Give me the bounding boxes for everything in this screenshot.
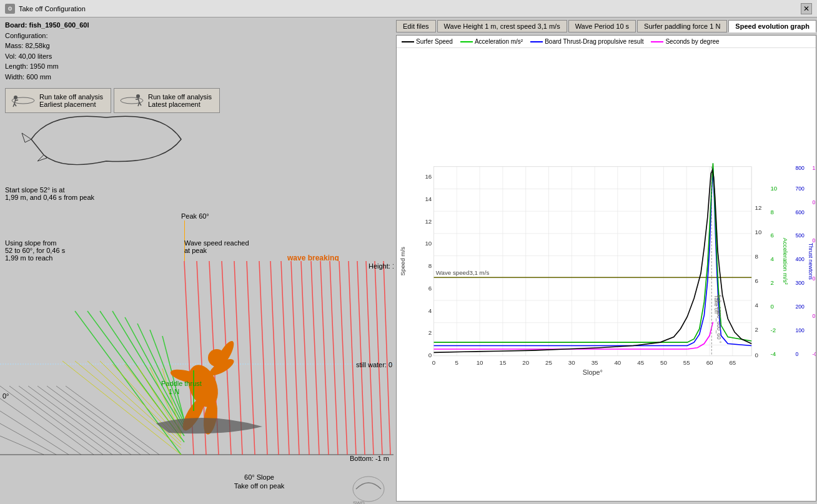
svg-text:8: 8 (755, 253, 758, 260)
tab-wave-period[interactable]: Wave Period 10 s (568, 20, 636, 32)
svg-text:8: 8 (428, 262, 432, 269)
svg-text:60: 60 (706, 359, 713, 366)
svg-text:14: 14 (425, 195, 432, 202)
svg-text:Thrust newtons: Thrust newtons (808, 243, 814, 280)
left-panel: Board: fish_1950_600_60l Configuration: … (0, 17, 394, 504)
svg-text:1,0: 1,0 (813, 165, 816, 171)
tab-speed-evolution[interactable]: Speed evolution graph (728, 20, 816, 32)
svg-text:25: 25 (545, 359, 552, 366)
svg-text:100: 100 (795, 327, 805, 334)
peak-label: Peak 60° (181, 212, 209, 220)
svg-text:30: 30 (568, 359, 575, 366)
title-bar-left: ⚙ Take off Configuration (5, 4, 86, 14)
svg-text:10: 10 (755, 229, 762, 235)
svg-text:200: 200 (795, 304, 805, 310)
svg-text:0: 0 (432, 359, 436, 366)
svg-text:500: 500 (795, 232, 805, 239)
svg-rect-83 (434, 167, 752, 356)
svg-point-7 (136, 94, 140, 98)
svg-text:6: 6 (755, 277, 758, 284)
svg-text:4: 4 (770, 255, 774, 262)
svg-text:Paddle thrust: Paddle thrust (161, 380, 202, 387)
svg-text:60° Slope: 60° Slope (244, 473, 274, 481)
volume-label: Vol: 40,00 liters (5, 51, 389, 62)
svg-text:still water: 0: still water: 0 (356, 361, 392, 368)
svg-text:Bottom: -1 m: Bottom: -1 m (350, 455, 389, 462)
tab-wave-height[interactable]: Wave Height 1 m, crest speed 3,1 m/s (437, 20, 567, 32)
configuration-label: Configuration: (5, 31, 389, 41)
svg-text:10: 10 (770, 185, 777, 192)
svg-text:1 N: 1 N (169, 388, 179, 395)
board-name: Board: fish_1950_600_60l (5, 20, 389, 31)
svg-text:10: 10 (425, 240, 432, 247)
legend-surfer-speed: Surfer Speed (402, 38, 453, 45)
length-label: Length: 1950 mm (5, 61, 389, 72)
board-info: Board: fish_1950_600_60l Configuration: … (0, 17, 394, 84)
svg-text:0,6: 0,6 (813, 237, 816, 244)
legend-label-acceleration: Acceleration m/s² (475, 38, 523, 45)
tab-edit-files[interactable]: Edit files (396, 20, 436, 32)
svg-text:6: 6 (428, 285, 432, 292)
right-panel: Edit files Wave Height 1 m, crest speed … (394, 17, 817, 504)
svg-text:-4: -4 (770, 350, 776, 357)
title-bar: ⚙ Take off Configuration ✕ (0, 0, 817, 17)
svg-text:300: 300 (795, 280, 805, 286)
svg-text:6: 6 (770, 232, 773, 239)
svg-text:2: 2 (770, 279, 773, 286)
svg-text:5: 5 (455, 359, 458, 366)
svg-text:0: 0 (428, 352, 432, 358)
window-title: Take off Configuration (19, 5, 86, 12)
tabs-row: Edit files Wave Height 1 m, crest speed … (396, 20, 816, 32)
tab-surfer-paddling[interactable]: Surfer paddling force 1 N (637, 20, 727, 32)
svg-text:45: 45 (637, 359, 644, 366)
svg-text:400: 400 (795, 256, 805, 262)
svg-text:0°: 0° (2, 392, 9, 400)
svg-text:8: 8 (770, 209, 773, 215)
svg-text:Acceleration m/s²: Acceleration m/s² (782, 238, 789, 285)
svg-text:0: 0 (755, 352, 759, 358)
svg-text:12: 12 (755, 204, 762, 211)
legend-color-seconds (651, 41, 663, 42)
svg-text:fish_1950_600_60 °: fish_1950_600_60 ° (716, 295, 722, 343)
svg-text:Height: 1 m: Height: 1 m (369, 262, 394, 270)
svg-text:0: 0 (770, 303, 774, 310)
legend-seconds: Seconds by degree (651, 38, 719, 45)
close-button[interactable]: ✕ (801, 3, 812, 14)
svg-text:16: 16 (425, 173, 432, 180)
svg-text:50: 50 (660, 359, 667, 366)
legend-color-surfer (402, 41, 414, 42)
slope-info: Start slope 52° is at 1,99 m, and 0,46 s… (5, 186, 94, 201)
bottom-scene: 0° Height: 1 m still water: 0 Bottom: -1… (0, 261, 394, 504)
svg-text:40: 40 (614, 359, 621, 366)
board-diagram (12, 99, 200, 180)
svg-text:0: 0 (795, 351, 798, 357)
svg-text:600: 600 (795, 209, 805, 215)
svg-text:20: 20 (522, 359, 529, 366)
svg-text:2: 2 (755, 326, 758, 333)
svg-text:0,2: 0,2 (813, 313, 816, 319)
legend-label-thrust: Board Thrust-Drag propulsive result (545, 38, 643, 45)
chart-legend: Surfer Speed Acceleration m/s² Board Thr… (397, 36, 816, 48)
main-content: Board: fish_1950_600_60l Configuration: … (0, 17, 817, 504)
legend-color-acceleration (460, 41, 473, 42)
svg-text:4: 4 (755, 302, 759, 309)
svg-text:2: 2 (428, 329, 432, 336)
svg-text:0,4: 0,4 (813, 275, 816, 282)
svg-text:4: 4 (428, 307, 432, 314)
svg-text:Speed m/s: Speed m/s (399, 247, 406, 276)
svg-text:-0,0: -0,0 (813, 351, 816, 357)
svg-text:Slope°: Slope° (583, 368, 603, 376)
chart-container: Surfer Speed Acceleration m/s² Board Thr… (396, 35, 816, 502)
svg-text:55: 55 (683, 359, 690, 366)
mass-label: Mass: 82,58kg (5, 41, 389, 51)
svg-text:12: 12 (425, 218, 432, 225)
width-label: Width: 600 mm (5, 72, 389, 82)
svg-text:0,8: 0,8 (813, 199, 816, 205)
svg-text:35: 35 (592, 359, 598, 366)
svg-text:700: 700 (795, 185, 805, 192)
chart-area: Wave speed3,1 m/s Take off (397, 48, 816, 495)
svg-text:-2: -2 (770, 327, 776, 334)
legend-board-thrust: Board Thrust-Drag propulsive result (530, 38, 643, 45)
legend-label-seconds: Seconds by degree (665, 38, 719, 45)
svg-text:15: 15 (499, 359, 506, 366)
